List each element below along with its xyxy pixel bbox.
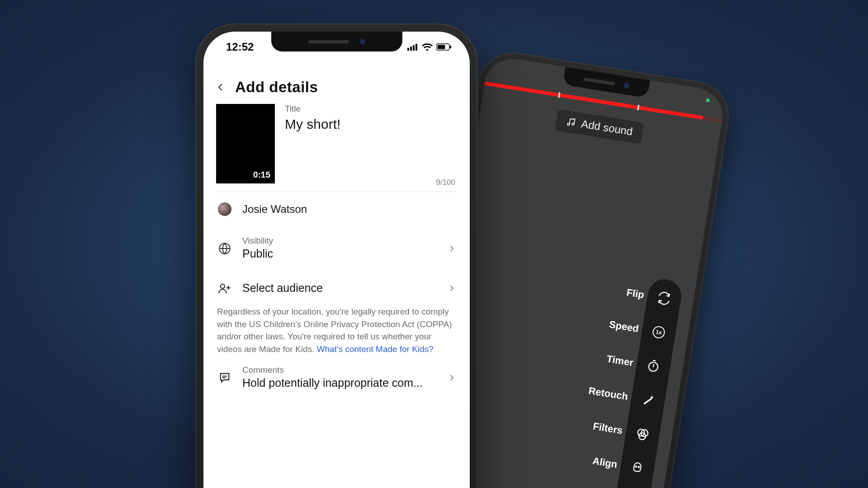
svg-rect-11	[413, 45, 415, 51]
speed-icon: 1x	[651, 324, 667, 341]
account-row: Josie Watson	[216, 192, 457, 226]
add-details-screen: 12:52 Add details	[203, 32, 470, 488]
retouch-icon	[640, 392, 656, 408]
globe-icon	[218, 242, 231, 255]
visibility-label: Visibility	[242, 236, 437, 246]
music-note-icon	[566, 117, 577, 128]
back-button[interactable]	[216, 80, 225, 94]
svg-rect-10	[410, 47, 412, 51]
tool-timer[interactable]: Timer	[636, 357, 671, 376]
svg-rect-15	[450, 46, 451, 48]
phone-notch	[562, 67, 650, 98]
svg-point-0	[567, 123, 570, 125]
page-title: Add details	[235, 79, 318, 96]
cellular-icon	[407, 43, 418, 51]
svg-rect-14	[438, 45, 445, 49]
comments-value: Hold potentially inappropriate com...	[242, 375, 437, 390]
thumbnail-duration: 0:15	[253, 170, 270, 180]
chevron-right-icon	[448, 372, 455, 383]
title-section: 0:15 Title My short! 9/100	[216, 99, 457, 192]
comments-icon	[218, 371, 231, 385]
audience-icon	[218, 282, 231, 295]
title-input[interactable]: My short!	[285, 117, 457, 132]
background: { "phone1": { "status_time": "12:52", "h…	[0, 0, 868, 488]
phone-add-details: 12:52 Add details	[195, 23, 478, 488]
flip-icon	[656, 290, 673, 307]
title-char-count: 9/100	[436, 178, 455, 187]
status-time: 12:52	[226, 41, 254, 53]
phone-frame: 12:52 Add details	[195, 23, 478, 488]
align-icon	[629, 460, 646, 476]
audience-value: Select audience	[242, 281, 437, 296]
svg-rect-9	[407, 48, 409, 51]
add-sound-label: Add sound	[580, 117, 634, 138]
tool-align[interactable]: Align	[620, 458, 655, 478]
svg-rect-12	[415, 44, 417, 51]
visibility-value: Public	[242, 246, 437, 261]
svg-point-17	[221, 284, 225, 288]
chevron-right-icon	[448, 243, 455, 254]
account-name: Josie Watson	[242, 202, 455, 216]
tool-speed[interactable]: Speed 1x	[641, 323, 676, 342]
svg-point-8	[638, 466, 640, 468]
audience-row[interactable]: Select audience	[216, 271, 457, 305]
video-thumbnail[interactable]: 0:15	[216, 104, 275, 183]
comments-row[interactable]: Comments Hold potentially inappropriate …	[216, 360, 457, 400]
comments-label: Comments	[242, 365, 437, 375]
recording-status-dot	[706, 98, 710, 102]
screen-header: Add details	[203, 68, 470, 100]
svg-point-1	[572, 123, 574, 125]
phone-notch	[271, 32, 402, 52]
timer-icon	[645, 358, 662, 375]
filters-icon	[634, 426, 651, 442]
legal-disclaimer: Regardless of your location, you're lega…	[216, 305, 457, 360]
title-field-label: Title	[285, 104, 457, 114]
avatar	[218, 202, 231, 216]
svg-point-7	[635, 466, 637, 467]
made-for-kids-link[interactable]: What's content Made for Kids?	[317, 344, 434, 354]
battery-icon	[436, 43, 452, 51]
tool-retouch[interactable]: Retouch	[630, 390, 665, 410]
camera-tools-panel: Flip Speed 1x	[613, 277, 684, 488]
chevron-right-icon	[448, 283, 455, 294]
tool-filters[interactable]: Filters	[625, 424, 660, 444]
add-sound-button[interactable]: Add sound	[555, 109, 644, 144]
visibility-row[interactable]: Visibility Public	[216, 226, 457, 271]
wifi-icon	[422, 43, 433, 51]
tool-flip[interactable]: Flip	[646, 289, 682, 308]
